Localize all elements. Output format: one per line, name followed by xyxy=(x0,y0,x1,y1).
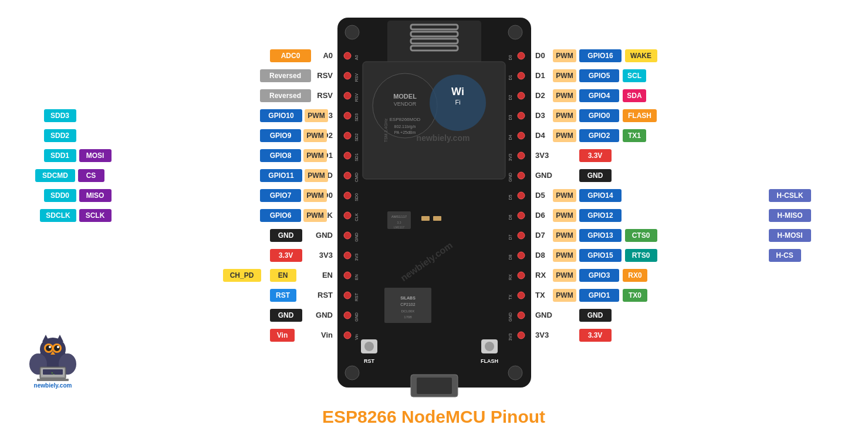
svg-text:D7: D7 xyxy=(535,231,545,240)
svg-text:MISO: MISO xyxy=(86,191,104,200)
svg-text:SILABS: SILABS xyxy=(400,296,416,300)
svg-text:GPIO2: GPIO2 xyxy=(589,132,610,140)
svg-text:H-CSLK: H-CSLK xyxy=(776,191,803,200)
svg-text:SCL: SCL xyxy=(627,72,641,80)
svg-text:GND: GND xyxy=(316,311,333,319)
svg-text:RX0: RX0 xyxy=(628,271,642,279)
svg-point-52 xyxy=(344,272,351,279)
svg-text:3V3: 3V3 xyxy=(535,151,549,160)
svg-point-41 xyxy=(344,52,351,59)
svg-text:PWM: PWM xyxy=(306,191,323,200)
svg-point-51 xyxy=(344,252,351,259)
svg-text:SD2: SD2 xyxy=(354,133,359,142)
svg-text:CP2102: CP2102 xyxy=(400,302,415,306)
svg-text:ADC0: ADC0 xyxy=(281,52,300,60)
svg-point-37 xyxy=(485,342,494,351)
svg-text:GPIO4: GPIO4 xyxy=(589,92,610,100)
svg-text:SD0: SD0 xyxy=(354,193,359,201)
svg-text:PWM: PWM xyxy=(308,171,325,180)
svg-text:3V3: 3V3 xyxy=(508,154,512,161)
svg-point-62 xyxy=(518,172,525,179)
svg-point-63 xyxy=(518,192,525,199)
svg-text:SDD0: SDD0 xyxy=(50,191,69,200)
svg-text:GPIO11: GPIO11 xyxy=(268,171,294,180)
svg-text:>_: >_ xyxy=(51,371,55,375)
svg-text:TX0: TX0 xyxy=(629,291,641,299)
svg-point-34 xyxy=(364,342,374,351)
svg-point-64 xyxy=(518,212,525,219)
svg-text:RTS0: RTS0 xyxy=(632,251,650,260)
svg-text:SD1: SD1 xyxy=(354,153,359,161)
svg-text:TX1: TX1 xyxy=(628,132,641,140)
svg-text:GPIO5: GPIO5 xyxy=(589,72,610,80)
svg-point-279 xyxy=(49,346,51,348)
svg-point-1 xyxy=(345,25,359,39)
svg-text:RSV: RSV xyxy=(317,91,333,100)
svg-text:D3: D3 xyxy=(535,111,545,120)
svg-text:D0: D0 xyxy=(508,55,512,60)
svg-text:GPIO12: GPIO12 xyxy=(587,211,613,220)
svg-text:H-MISO: H-MISO xyxy=(777,211,802,220)
svg-text:EN: EN xyxy=(278,271,288,279)
svg-text:LM1117: LM1117 xyxy=(394,225,404,229)
svg-text:Fi: Fi xyxy=(455,99,460,106)
svg-text:3.3V: 3.3V xyxy=(588,151,603,160)
svg-rect-27 xyxy=(433,216,441,221)
svg-text:Vin: Vin xyxy=(321,331,333,339)
svg-rect-290 xyxy=(37,379,69,381)
svg-text:AMS1117: AMS1117 xyxy=(391,215,407,218)
svg-text:1708: 1708 xyxy=(404,315,412,319)
svg-text:RST: RST xyxy=(354,292,359,301)
svg-text:PWM: PWM xyxy=(556,231,573,240)
svg-text:RX: RX xyxy=(508,274,512,280)
svg-point-54 xyxy=(344,312,351,319)
svg-point-46 xyxy=(344,152,351,159)
page: MODEL VENDOR Wi Fi TSM 2.4GHz ESP8266MOD… xyxy=(0,0,868,448)
svg-text:GND: GND xyxy=(316,231,333,240)
svg-point-57 xyxy=(518,72,525,79)
svg-text:SDA: SDA xyxy=(627,92,642,100)
svg-text:CLK: CLK xyxy=(354,213,359,221)
svg-text:802.11b/g/n: 802.11b/g/n xyxy=(394,124,416,129)
svg-text:GPIO15: GPIO15 xyxy=(587,251,613,260)
svg-text:D2: D2 xyxy=(535,91,545,100)
svg-text:SCLK: SCLK xyxy=(86,211,105,220)
svg-text:GPIO8: GPIO8 xyxy=(270,151,292,160)
svg-text:D6: D6 xyxy=(535,211,545,220)
svg-text:PWM: PWM xyxy=(556,211,573,220)
svg-text:VENDOR: VENDOR xyxy=(394,101,417,107)
svg-marker-283 xyxy=(56,335,63,342)
svg-text:RST: RST xyxy=(364,358,375,364)
svg-text:GND: GND xyxy=(508,173,512,182)
svg-text:SDCMD: SDCMD xyxy=(42,171,68,180)
svg-point-67 xyxy=(518,272,525,279)
svg-text:D8: D8 xyxy=(508,254,512,260)
svg-text:PWM: PWM xyxy=(306,132,323,140)
svg-text:GPIO16: GPIO16 xyxy=(587,52,613,60)
svg-text:GND: GND xyxy=(587,311,603,319)
svg-point-280 xyxy=(57,346,59,348)
svg-text:SDD2: SDD2 xyxy=(50,132,69,140)
svg-text:D6: D6 xyxy=(508,214,512,220)
svg-text:PWM: PWM xyxy=(556,72,573,80)
svg-text:Reversed: Reversed xyxy=(269,92,301,100)
svg-text:3.3: 3.3 xyxy=(397,221,401,224)
svg-text:PWM: PWM xyxy=(556,291,573,299)
svg-point-43 xyxy=(344,92,351,99)
svg-point-278 xyxy=(54,345,60,351)
svg-text:PWM: PWM xyxy=(556,271,573,279)
svg-text:GND: GND xyxy=(354,233,359,242)
svg-text:EN: EN xyxy=(322,271,333,279)
svg-point-55 xyxy=(344,332,351,339)
svg-text:PWM: PWM xyxy=(556,251,573,260)
svg-text:Wi: Wi xyxy=(451,86,464,97)
svg-text:GPIO9: GPIO9 xyxy=(270,132,292,140)
svg-text:D2: D2 xyxy=(508,95,512,100)
svg-text:PWM: PWM xyxy=(308,112,325,120)
svg-point-56 xyxy=(518,52,525,59)
svg-rect-26 xyxy=(421,216,430,221)
svg-text:GPIO0: GPIO0 xyxy=(589,112,610,120)
svg-text:MODEL: MODEL xyxy=(393,93,417,100)
svg-text:PWM: PWM xyxy=(556,191,573,200)
svg-text:PA +25dBm: PA +25dBm xyxy=(394,130,416,134)
